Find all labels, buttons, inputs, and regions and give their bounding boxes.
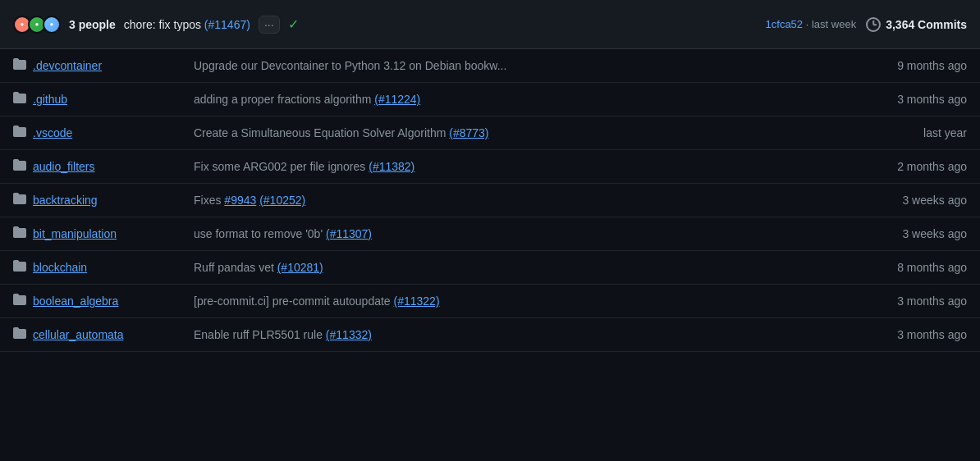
file-message-cell: adding a proper fractions algorithm (#11… [181,83,857,116]
file-age-cell: 3 months ago [857,285,980,318]
file-table: .devcontainer Upgrade our Devcontainer t… [0,49,980,352]
folder-icon [13,91,26,107]
file-name-cell: backtracking [0,184,181,217]
commit-msg-link[interactable]: (#11332) [326,328,372,341]
file-age-cell: 3 months ago [857,318,980,352]
folder-name-link[interactable]: backtracking [33,194,98,207]
file-name-cell: cellular_automata [0,318,181,352]
commit-msg-prefix: Enable ruff PLR5501 rule [194,328,326,341]
commit-msg-prefix: [pre-commit.ci] pre-commit autoupdate [194,294,394,308]
folder-name-link[interactable]: cellular_automata [33,328,124,341]
commit-hash-link[interactable]: 1cfca52 [766,18,804,30]
file-message-cell: Enable ruff PLR5501 rule (#11332) [181,318,857,352]
clock-icon [866,17,881,32]
table-row: .vscode Create a Simultaneous Equation S… [0,116,980,150]
commit-msg-prefix: Create a Simultaneous Equation Solver Al… [194,126,449,139]
file-age-cell: last year [857,116,980,150]
file-name-cell: bit_manipulation [0,217,181,251]
file-age-cell: 9 months ago [857,49,980,83]
file-age-cell: 3 weeks ago [857,217,980,251]
table-row: boolean_algebra [pre-commit.ci] pre-comm… [0,285,980,318]
commit-message-text: chore: fix typos (#11467) [124,18,250,31]
commit-msg-link[interactable]: (#11307) [326,227,372,240]
table-row: bit_manipulation use format to remove '0… [0,217,980,251]
commits-count: 3,364 Commits [886,18,967,31]
folder-icon [13,158,26,175]
commit-msg-link2[interactable]: (#10252) [259,194,305,207]
table-row: .devcontainer Upgrade our Devcontainer t… [0,49,980,83]
file-message-cell: Create a Simultaneous Equation Solver Al… [181,116,857,150]
folder-icon [13,125,26,141]
commit-msg-link[interactable]: (#11322) [394,294,440,308]
file-message-cell: Fixes #9943 (#10252) [181,184,857,217]
commits-button[interactable]: 3,364 Commits [866,17,967,32]
table-row: audio_filters Fix some ARG002 per file i… [0,150,980,184]
table-row: cellular_automata Enable ruff PLR5501 ru… [0,318,980,352]
check-icon: ✓ [288,16,299,32]
commit-msg-prefix: Ruff pandas vet [194,261,277,274]
folder-name-link[interactable]: audio_filters [33,160,95,173]
hash-separator: · [806,18,809,30]
file-name-cell: boolean_algebra [0,285,181,318]
people-count: 3 people [69,18,116,31]
folder-name-link[interactable]: blockchain [33,261,87,274]
folder-icon [13,192,26,208]
dots-button[interactable]: ··· [259,16,280,34]
commit-msg-prefix: Fix some ARG002 per file ignores [194,160,369,173]
file-name-cell: audio_filters [0,150,181,184]
file-message-cell: [pre-commit.ci] pre-commit autoupdate (#… [181,285,857,318]
commit-message-prefix: chore: fix typos [124,18,204,31]
commit-msg-link[interactable]: (#10281) [277,261,323,274]
folder-name-link[interactable]: boolean_algebra [33,294,118,308]
file-name-cell: blockchain [0,251,181,285]
file-age-cell: 3 weeks ago [857,184,980,217]
table-row: .github adding a proper fractions algori… [0,83,980,116]
file-age-cell: 8 months ago [857,251,980,285]
commit-msg-link[interactable]: (#11382) [369,160,414,173]
file-age-cell: 2 months ago [857,150,980,184]
folder-icon [13,293,26,309]
commit-msg-link1[interactable]: #9943 [224,194,256,207]
hash-time: last week [812,18,856,30]
folder-name-link[interactable]: bit_manipulation [33,227,117,240]
commit-msg-link[interactable]: (#8773) [449,126,488,139]
commit-info-left: ● ● ● 3 people chore: fix typos (#11467)… [13,16,299,34]
file-name-cell: .vscode [0,116,181,150]
file-message-cell: Fix some ARG002 per file ignores (#11382… [181,150,857,184]
folder-icon [13,226,26,242]
commit-msg-prefix: adding a proper fractions algorithm [194,93,374,106]
file-name-cell: .devcontainer [0,49,181,83]
commit-message-link[interactable]: (#11467) [204,18,250,31]
folder-icon [13,259,26,276]
file-message-cell: Ruff pandas vet (#10281) [181,251,857,285]
avatars-group[interactable]: ● ● ● [13,16,61,34]
folder-icon [13,326,26,343]
folder-name-link[interactable]: .github [33,93,67,106]
table-row: backtracking Fixes #9943 (#10252)3 weeks… [0,184,980,217]
table-row: blockchain Ruff pandas vet (#10281)8 mon… [0,251,980,285]
file-message-cell: Upgrade our Devcontainer to Python 3.12 … [181,49,857,83]
commit-hash: 1cfca52 · last week [766,18,857,30]
avatar-3[interactable]: ● [43,16,61,34]
file-name-cell: .github [0,83,181,116]
commit-msg-text: Upgrade our Devcontainer to Python 3.12 … [194,59,506,72]
commit-msg-prefix: use format to remove '0b' [194,227,326,240]
commit-bar: ● ● ● 3 people chore: fix typos (#11467)… [0,0,980,49]
folder-icon [13,57,26,74]
commit-info-right: 1cfca52 · last week 3,364 Commits [766,17,967,32]
file-age-cell: 3 months ago [857,83,980,116]
commit-msg-link[interactable]: (#11224) [374,93,420,106]
commit-msg-prefix: Fixes [194,194,224,207]
folder-name-link[interactable]: .vscode [33,126,72,139]
file-message-cell: use format to remove '0b' (#11307) [181,217,857,251]
folder-name-link[interactable]: .devcontainer [33,59,102,72]
